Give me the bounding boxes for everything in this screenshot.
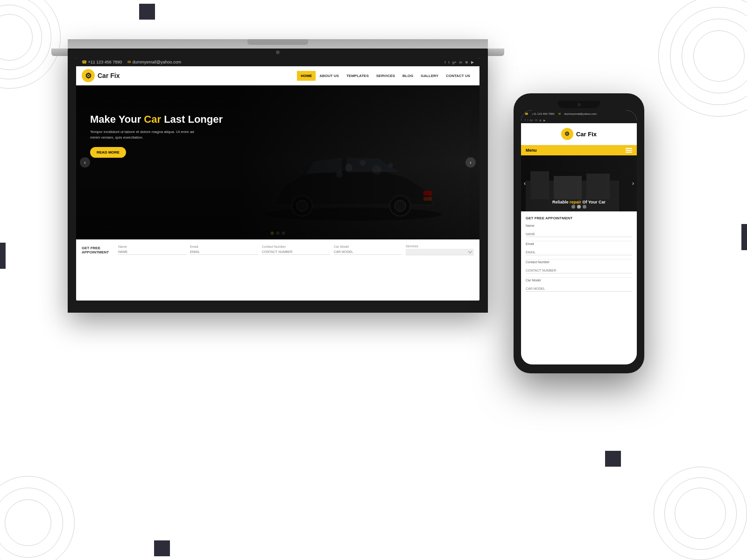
tw-icon: t	[448, 60, 449, 64]
phone-topbar-phone-icon: ☎	[525, 112, 528, 115]
appt-name-field: Name	[118, 245, 186, 255]
deco-square-2	[0, 243, 6, 269]
li-icon: in	[459, 60, 462, 64]
nav-gallery[interactable]: GALLERY	[417, 71, 442, 81]
form-divider-1	[526, 241, 632, 241]
phone-car-field: Car Model	[526, 279, 632, 292]
form-divider-2	[526, 259, 632, 259]
phone-gear-icon: ⚙	[564, 131, 570, 137]
hero-content: Make Your Car Last Longer Tempor incidid…	[90, 113, 223, 158]
phone-logo: ⚙ Car Fix	[561, 128, 597, 140]
phone-email-input[interactable]	[526, 250, 632, 255]
laptop-frame: ☎ +11 123 456 7890 ✉ dummyemail@yahoo.co…	[68, 42, 488, 313]
phone-tw-icon: t	[528, 119, 529, 122]
site-navbar: ⚙ Car Fix HOME ABOUT US TEMPLATES SERVIC…	[76, 66, 479, 85]
phone-yt-icon: ▶	[543, 119, 546, 122]
nav-home[interactable]: HOME	[297, 71, 316, 81]
hero-subtitle: Tempor incididunt ut labore et dolore ma…	[90, 129, 202, 140]
appt-services-label: Services	[406, 245, 474, 248]
gp-icon: g+	[452, 60, 457, 64]
appt-contact-field: Contact Number	[262, 245, 330, 255]
phone-menu-bar[interactable]: Menu	[521, 145, 637, 155]
phone-logo-gear-icon: ⚙	[561, 128, 573, 140]
phone-name-field: Name	[526, 224, 632, 237]
hamburger-line-2	[626, 150, 632, 151]
appointment-title: GET FREE APPOINTMENT	[82, 246, 114, 254]
nav-blog[interactable]: BLOG	[399, 71, 417, 81]
deco-square-3	[741, 224, 747, 250]
phone-dot-2	[577, 205, 581, 209]
svg-rect-15	[586, 174, 610, 199]
phone-notch-area	[521, 101, 637, 108]
hero-title: Make Your Car Last Longer	[90, 113, 223, 126]
phone-notch	[558, 101, 600, 108]
phone-email-label: Email	[526, 242, 632, 245]
phone-camera	[578, 103, 581, 106]
appt-car-field: Car Model	[334, 245, 402, 255]
phone-name-label: Name	[526, 224, 632, 227]
phone-li-icon: in	[535, 119, 537, 122]
svg-rect-13	[530, 171, 549, 199]
topbar-email: dummyemail@yahoo.com	[133, 60, 181, 64]
phone-appointment-form: GET FREE APPOINTMENT Name Email Contact …	[521, 211, 637, 300]
appt-email-input[interactable]	[190, 249, 258, 255]
hamburger-line-3	[626, 152, 632, 153]
appt-car-input[interactable]	[334, 249, 402, 255]
nav-contact[interactable]: CONTACT US	[442, 71, 474, 81]
phone-hero-content: Reliable repair Of Your Car	[521, 200, 637, 204]
deco-square-5	[154, 540, 170, 556]
appt-contact-label: Contact Number	[262, 245, 330, 248]
appt-email-field: Email	[190, 245, 258, 255]
phone-topbar-email: dummyemail@yahoo.com	[564, 112, 597, 115]
svg-rect-14	[554, 176, 582, 199]
appt-name-input[interactable]	[118, 249, 186, 255]
laptop-mockup: ☎ +11 123 456 7890 ✉ dummyemail@yahoo.co…	[68, 42, 488, 369]
phone-car-input[interactable]	[526, 286, 632, 292]
nav-services[interactable]: SERVICES	[373, 71, 399, 81]
phone-hero-prev[interactable]: ‹	[524, 180, 526, 187]
deco-square-1	[139, 4, 155, 20]
phone-screen: ☎ +11 123 456 7890 ✉ dummyemail@yahoo.co…	[521, 110, 637, 364]
phone-contact-field: Contact Number	[526, 260, 632, 273]
phone-fb-icon: f	[525, 119, 526, 122]
appt-name-label: Name	[118, 245, 186, 248]
phone-hero-title2: Of Your Car	[581, 200, 606, 204]
phone-hero-next[interactable]: ›	[632, 180, 634, 187]
phone-dot-1	[571, 205, 575, 209]
appt-email-label: Email	[190, 245, 258, 248]
appt-services-select[interactable]	[406, 249, 474, 255]
phone-gp-icon: g+	[530, 119, 533, 122]
nav-links: HOME ABOUT US TEMPLATES SERVICES BLOG GA…	[297, 71, 474, 81]
phone-icon: ☎ +11 123 456 7890	[82, 60, 122, 64]
laptop-screen: ☎ +11 123 456 7890 ✉ dummyemail@yahoo.co…	[76, 58, 479, 301]
phone-contact-input[interactable]	[526, 268, 632, 273]
appt-title-line1: GET FREE	[82, 246, 114, 250]
phone-hero-highlight: repair	[570, 200, 581, 204]
phone-topbar-phone: +11 123 456 7890	[532, 112, 555, 115]
phone-contact-label: Contact Number	[526, 260, 632, 264]
hero-prev-button[interactable]: ‹	[80, 157, 90, 168]
nav-templates[interactable]: TEMPLATES	[343, 71, 373, 81]
phone-menu-label: Menu	[526, 148, 537, 153]
phone-name-input[interactable]	[526, 231, 632, 237]
hero-title-highlight: Car	[144, 113, 161, 125]
site-topbar: ☎ +11 123 456 7890 ✉ dummyemail@yahoo.co…	[76, 58, 479, 66]
phone-appt-title: GET FREE APPOINTMENT	[526, 216, 632, 220]
phone-logo-bar: ⚙ Car Fix	[521, 123, 637, 145]
phone-topbar-email-icon: ✉	[558, 112, 561, 115]
appt-contact-input[interactable]	[262, 249, 330, 255]
site-logo: ⚙ Car Fix	[82, 69, 120, 82]
logo-text: Car Fix	[98, 72, 120, 79]
appt-services-field: Services	[406, 245, 474, 255]
hamburger-icon[interactable]	[626, 148, 632, 153]
rss-icon: ⊕	[465, 60, 468, 64]
phone-car-label: Car Model	[526, 279, 632, 282]
phone-rss-icon: ⊕	[539, 119, 542, 122]
fb-icon: f	[444, 60, 445, 64]
email-info: ✉ dummyemail@yahoo.com	[127, 60, 181, 64]
hero-next-button[interactable]: ›	[465, 157, 476, 168]
nav-about[interactable]: ABOUT US	[316, 71, 343, 81]
read-more-button[interactable]: READ MORE	[90, 147, 126, 158]
hero-title-text1: Make Your	[90, 113, 144, 125]
social-icons: f t g+ in ⊕ ▶	[444, 60, 474, 64]
